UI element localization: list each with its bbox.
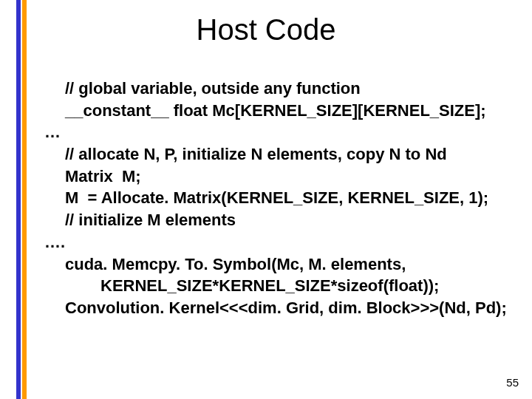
accent-stripe-orange [22,0,27,399]
page-number: 55 [506,376,519,389]
code-line: Matrix M; [44,166,517,188]
code-line: M = Allocate. Matrix(KERNEL_SIZE, KERNEL… [44,187,517,209]
slide: Host Code // global variable, outside an… [0,0,532,399]
code-line: cuda. Memcpy. To. Symbol(Mc, M. elements… [44,253,517,276]
code-line: // initialize M elements [44,209,517,231]
code-line: Convolution. Kernel<<<dim. Grid, dim. Bl… [44,297,517,319]
code-line: __constant__ float Mc[KERNEL_SIZE][KERNE… [44,100,517,122]
code-line: … [44,121,517,143]
code-line: KERNEL_SIZE*KERNEL_SIZE*sizeof(float)); [44,275,517,297]
accent-stripe-blue [16,0,21,399]
code-block: // global variable, outside any function… [44,78,517,319]
code-line: …. [44,231,517,253]
slide-title: Host Code [0,13,532,47]
code-line: // global variable, outside any function [44,78,517,100]
code-line: // allocate N, P, initialize N elements,… [44,143,517,166]
